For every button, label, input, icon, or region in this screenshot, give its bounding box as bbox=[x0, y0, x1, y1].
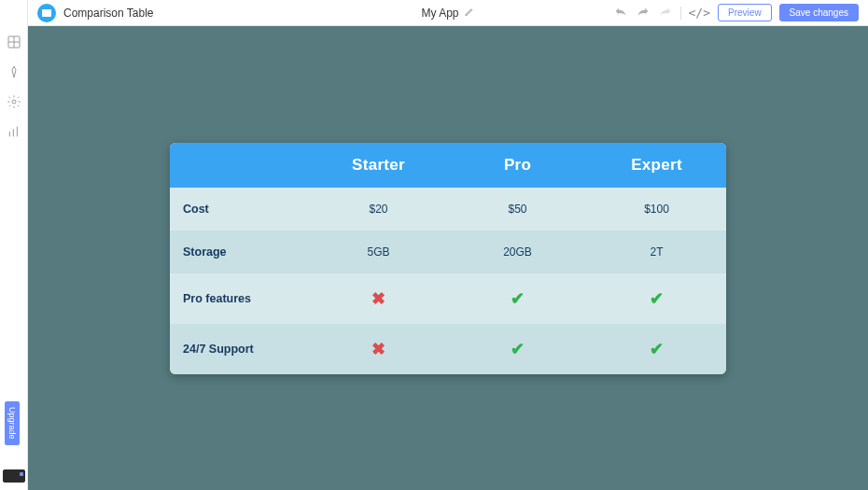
cross-icon: ✖ bbox=[371, 339, 385, 359]
row-value: $100 bbox=[587, 188, 726, 231]
row-label: 24/7 Support bbox=[170, 324, 309, 374]
separator bbox=[680, 7, 681, 20]
row-value: ✖ bbox=[309, 324, 448, 374]
table-row: Pro features✖✔✔ bbox=[170, 273, 726, 324]
gear-icon[interactable] bbox=[6, 93, 22, 110]
row-value: ✖ bbox=[309, 273, 448, 324]
row-value: $50 bbox=[448, 188, 587, 231]
header-col-starter: Starter bbox=[309, 143, 448, 188]
svg-point-3 bbox=[12, 100, 16, 104]
row-value: ✔ bbox=[448, 324, 587, 374]
table-row: 24/7 Support✖✔✔ bbox=[170, 324, 726, 374]
redo-icon[interactable] bbox=[636, 6, 651, 21]
left-sidebar: Upgrade bbox=[0, 0, 28, 490]
edit-icon[interactable] bbox=[465, 7, 475, 20]
row-label: Cost bbox=[170, 188, 309, 231]
widget-title: Comparison Table bbox=[63, 7, 154, 20]
row-value: ✔ bbox=[587, 324, 726, 374]
row-value: 20GB bbox=[448, 231, 587, 273]
row-value: ✔ bbox=[448, 273, 587, 324]
row-value: 2T bbox=[587, 231, 726, 273]
row-label: Pro features bbox=[170, 273, 309, 324]
check-icon: ✔ bbox=[650, 288, 664, 309]
upgrade-button[interactable]: Upgrade bbox=[5, 401, 20, 445]
cross-icon: ✖ bbox=[371, 288, 385, 309]
header-col-expert: Expert bbox=[587, 143, 726, 188]
preview-button[interactable]: Preview bbox=[718, 4, 772, 21]
row-value: $20 bbox=[309, 188, 448, 231]
row-value: 5GB bbox=[309, 231, 448, 273]
table-row: Cost$20$50$100 bbox=[170, 188, 726, 231]
code-icon[interactable]: </> bbox=[689, 6, 710, 20]
toolbar-right: </> Preview Save changes bbox=[613, 4, 859, 21]
project-title[interactable]: My App bbox=[421, 7, 474, 20]
pin-icon[interactable] bbox=[6, 63, 22, 80]
header-col-pro: Pro bbox=[448, 143, 587, 188]
row-value: ✔ bbox=[587, 273, 726, 324]
check-icon: ✔ bbox=[511, 288, 525, 309]
device-thumbnail-icon[interactable] bbox=[3, 469, 25, 483]
undo-icon[interactable] bbox=[613, 6, 628, 21]
project-title-text: My App bbox=[421, 7, 458, 20]
redo-disabled-icon bbox=[658, 6, 673, 21]
editor-canvas[interactable]: Starter Pro Expert Cost$20$50$100Storage… bbox=[28, 26, 868, 490]
top-bar: Comparison Table My App </> Preview Save… bbox=[28, 0, 868, 26]
header-blank bbox=[170, 143, 309, 188]
chart-icon[interactable] bbox=[6, 123, 22, 140]
table-header-row: Starter Pro Expert bbox=[170, 143, 726, 188]
row-label: Storage bbox=[170, 231, 309, 273]
comparison-table[interactable]: Starter Pro Expert Cost$20$50$100Storage… bbox=[170, 143, 726, 374]
save-button[interactable]: Save changes bbox=[779, 4, 859, 21]
table-row: Storage5GB20GB2T bbox=[170, 231, 726, 273]
main-area: Comparison Table My App </> Preview Save… bbox=[28, 0, 868, 490]
layout-icon[interactable] bbox=[6, 34, 22, 50]
check-icon: ✔ bbox=[650, 339, 664, 359]
app-logo-icon[interactable] bbox=[37, 4, 56, 22]
check-icon: ✔ bbox=[511, 339, 525, 359]
